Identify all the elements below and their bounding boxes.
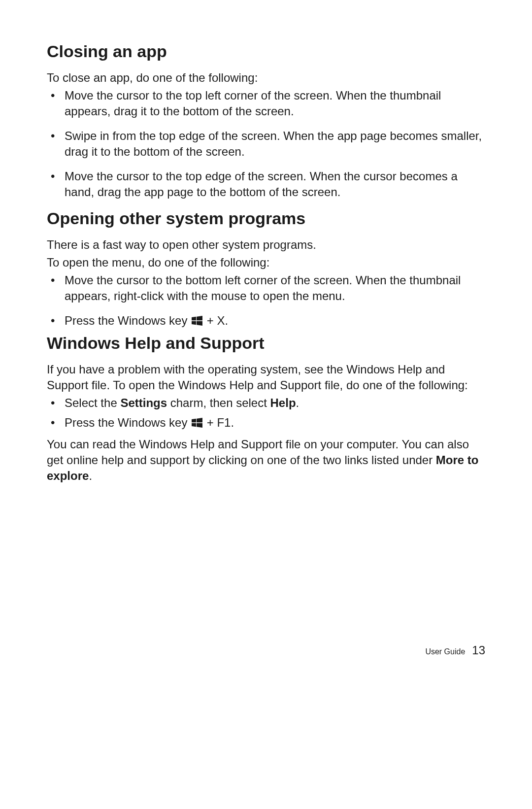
bold-text: Settings — [120, 396, 167, 409]
windows-key-icon — [192, 416, 202, 432]
opening-intro-1: There is a fast way to open other system… — [47, 237, 485, 253]
list-item: Select the Settings charm, then select H… — [47, 395, 485, 411]
text-run: . — [296, 396, 299, 409]
section-heading-opening: Opening other system programs — [47, 209, 485, 228]
list-item: Swipe in from the top edge of the screen… — [47, 128, 485, 160]
svg-marker-0 — [192, 317, 196, 320]
section-heading-help: Windows Help and Support — [47, 334, 485, 353]
text-run: + X. — [203, 314, 228, 327]
text-run: + F1. — [203, 416, 234, 429]
text-run: . — [89, 469, 92, 482]
text-run: charm, then select — [167, 396, 270, 409]
text-run: You can read the Windows Help and Suppor… — [47, 438, 469, 467]
svg-marker-3 — [197, 321, 202, 326]
svg-marker-4 — [192, 419, 196, 422]
opening-bullet-list: Move the cursor to the bottom left corne… — [47, 272, 485, 330]
svg-marker-2 — [192, 321, 196, 325]
svg-marker-1 — [197, 316, 202, 320]
list-item: Press the Windows key + X. — [47, 313, 485, 330]
bold-text: Help — [270, 396, 296, 409]
list-item: Move the cursor to the bottom left corne… — [47, 272, 485, 304]
help-intro: If you have a problem with the operating… — [47, 362, 485, 393]
text-run: Select the — [65, 396, 120, 409]
footer-label: User Guide — [425, 647, 465, 656]
footer-page-number: 13 — [472, 643, 485, 657]
document-page: Closing an app To close an app, do one o… — [0, 0, 532, 809]
windows-key-icon — [192, 314, 202, 330]
text-run: Press the Windows key — [65, 416, 191, 429]
svg-marker-5 — [197, 418, 202, 422]
page-footer: User Guide13 — [0, 643, 532, 657]
section-heading-closing: Closing an app — [47, 42, 485, 61]
closing-bullet-list: Move the cursor to the top left corner o… — [47, 88, 485, 200]
help-bullet-list: Select the Settings charm, then select H… — [47, 395, 485, 432]
svg-marker-6 — [192, 423, 196, 427]
list-item: Move the cursor to the top edge of the s… — [47, 169, 485, 200]
svg-marker-7 — [197, 423, 202, 428]
help-outro: You can read the Windows Help and Suppor… — [47, 437, 485, 484]
text-run: Press the Windows key — [65, 314, 191, 327]
opening-intro-2: To open the menu, do one of the followin… — [47, 255, 485, 270]
list-item: Move the cursor to the top left corner o… — [47, 88, 485, 119]
list-item: Press the Windows key + F1. — [47, 415, 485, 432]
closing-intro: To close an app, do one of the following… — [47, 70, 485, 86]
